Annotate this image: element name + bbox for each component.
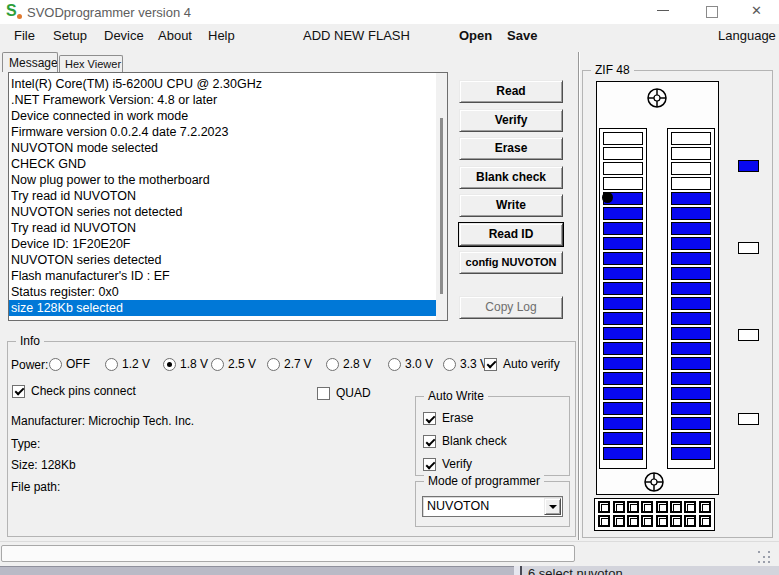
auto-write-verify-checkbox[interactable]: Verify [423, 458, 507, 471]
connector-cell [627, 515, 639, 527]
power-radio-2.7-v[interactable]: 2.7 V [267, 357, 312, 371]
log-line[interactable]: NUVOTON series not detected [9, 204, 437, 220]
menu-bar: FileSetupDeviceAboutHelpADD NEW FLASHOpe… [0, 24, 779, 49]
connector-cell [656, 515, 668, 527]
checkbox-icon[interactable] [12, 385, 25, 398]
menu-item-file[interactable]: File [14, 28, 35, 43]
mode-groupbox: Mode of programmer NUVOTON [415, 481, 570, 527]
log-line[interactable]: Intel(R) Core(TM) i5-6200U CPU @ 2.30GHz [9, 76, 437, 92]
mode-combobox[interactable]: NUVOTON [422, 496, 563, 517]
log-line[interactable]: Firmware version 0.0.2.4 date 7.2.2023 [9, 124, 437, 140]
menu-item-setup[interactable]: Setup [53, 28, 87, 43]
checkbox-icon[interactable] [423, 435, 436, 448]
read-button[interactable]: Read [459, 80, 563, 103]
check-pins-label: Check pins connect [31, 384, 136, 398]
combobox-dropdown-button[interactable] [544, 498, 561, 515]
log-line[interactable]: Device ID: 1F20E20F [9, 236, 437, 252]
verify-button[interactable]: Verify [459, 109, 563, 132]
connector-cell [684, 515, 696, 527]
menu-item-language[interactable]: Language [718, 28, 776, 43]
maximize-button[interactable] [696, 0, 726, 23]
zif-pin-row [603, 177, 643, 190]
zif-pin-row [671, 147, 711, 160]
log-line[interactable]: CHECK GND [9, 156, 437, 172]
checkbox-icon[interactable] [484, 358, 497, 371]
log-line[interactable]: size 128Kb selected [9, 300, 437, 316]
auto-write-option-label: Blank check [442, 435, 507, 448]
log-scrollbar-thumb[interactable] [440, 118, 443, 294]
radio-icon[interactable] [267, 358, 280, 371]
power-radio-1.8-v[interactable]: 1.8 V [163, 357, 208, 371]
log-line[interactable]: NUVOTON mode selected [9, 140, 437, 156]
read-id-button[interactable]: Read ID [459, 223, 563, 246]
message-log[interactable]: Intel(R) Core(TM) i5-6200U CPU @ 2.30GHz… [8, 72, 448, 321]
log-line[interactable]: Try read id NUVOTON [9, 188, 437, 204]
quad-checkbox[interactable]: QUAD [317, 386, 371, 400]
power-radio-2.8-v[interactable]: 2.8 V [326, 357, 371, 371]
log-line[interactable]: Flash manufacturer's ID : EF [9, 268, 437, 284]
zif-pin-row [671, 192, 711, 205]
connector-cell [598, 515, 610, 527]
power-radio-label: 2.8 V [343, 357, 371, 371]
minimize-button[interactable] [648, 0, 678, 23]
zif-pin-row [603, 147, 643, 160]
radio-icon[interactable] [163, 358, 176, 371]
tab-message[interactable]: Message [2, 52, 58, 72]
background-window-left [0, 566, 514, 575]
check-pins-checkbox[interactable]: Check pins connect [12, 384, 136, 398]
radio-icon[interactable] [211, 358, 224, 371]
radio-icon[interactable] [326, 358, 339, 371]
checkbox-icon[interactable] [423, 458, 436, 471]
zif-pin-row [603, 162, 643, 175]
auto-write-erase-checkbox[interactable]: Erase [423, 412, 507, 425]
zif-pin-row [671, 312, 711, 325]
auto-write-blank-check-checkbox[interactable]: Blank check [423, 435, 507, 448]
menu-item-save[interactable]: Save [507, 28, 537, 43]
radio-icon[interactable] [49, 358, 62, 371]
info-groupbox-label: Info [16, 334, 44, 348]
config-nuvoton-button[interactable]: config NUVOTON [459, 251, 563, 274]
radio-icon[interactable] [443, 358, 456, 371]
copy-log-button[interactable]: Copy Log [459, 296, 563, 319]
checkbox-icon[interactable] [317, 387, 330, 400]
log-line[interactable]: Device connected in work mode [9, 108, 437, 124]
log-line[interactable]: Status register: 0x0 [9, 284, 437, 300]
zif-pin-row [603, 447, 643, 460]
auto-verify-label: Auto verify [503, 357, 560, 371]
power-radio-label: 1.2 V [122, 357, 150, 371]
menu-item-about[interactable]: About [158, 28, 192, 43]
tab-hex-viewer[interactable]: Hex Viewer [59, 55, 123, 72]
log-scrollbar[interactable] [436, 73, 447, 320]
auto-verify-checkbox[interactable]: Auto verify [484, 357, 560, 371]
menu-item-add-new-flash[interactable]: ADD NEW FLASH [303, 28, 410, 43]
auto-write-option-label: Erase [442, 412, 473, 425]
menu-item-open[interactable]: Open [459, 28, 492, 43]
power-radio-1.2-v[interactable]: 1.2 V [105, 357, 150, 371]
power-radio-label: 1.8 V [180, 357, 208, 371]
menu-item-help[interactable]: Help [208, 28, 235, 43]
mode-groupbox-label: Mode of programmer [424, 474, 544, 488]
checkbox-icon[interactable] [423, 412, 436, 425]
zif-pin-row [603, 312, 643, 325]
log-line[interactable]: Try read id NUVOTON [9, 220, 437, 236]
menu-item-device[interactable]: Device [104, 28, 144, 43]
write-button[interactable]: Write [459, 194, 563, 217]
radio-icon[interactable] [105, 358, 118, 371]
close-button[interactable] [742, 0, 772, 23]
log-line[interactable]: NUVOTON series detected [9, 252, 437, 268]
blank-check-button[interactable]: Blank check [459, 166, 563, 189]
log-line[interactable]: .NET Framework Version: 4.8 or later [9, 92, 437, 108]
zif-connector [594, 498, 715, 531]
resize-grip[interactable] [758, 551, 774, 565]
zif-pin-row [603, 282, 643, 295]
window-title: SVODprogrammer version 4 [27, 5, 191, 20]
zif-pin-row [603, 297, 643, 310]
power-radio-off[interactable]: OFF [49, 357, 90, 371]
power-radio-3.0-v[interactable]: 3.0 V [388, 357, 433, 371]
power-radio-2.5-v[interactable]: 2.5 V [211, 357, 256, 371]
log-line[interactable]: Now plug power to the motherboard [9, 172, 437, 188]
zif-pin-row [671, 417, 711, 430]
power-radio-3.3-v[interactable]: 3.3 V [443, 357, 488, 371]
erase-button[interactable]: Erase [459, 137, 563, 160]
radio-icon[interactable] [388, 358, 401, 371]
